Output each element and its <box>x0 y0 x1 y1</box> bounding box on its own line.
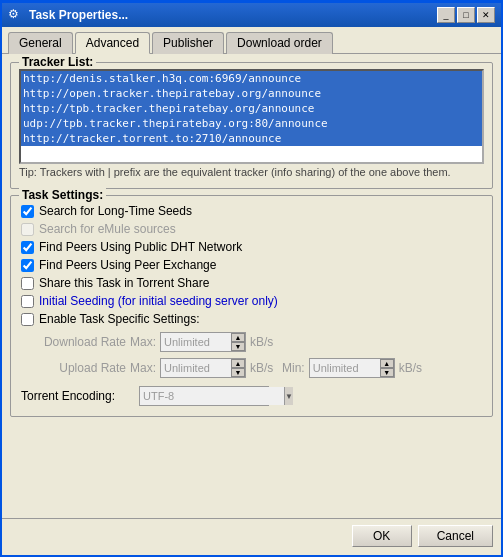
checkbox-specific-settings: Enable Task Specific Settings: <box>21 312 482 326</box>
download-unit: kB/s <box>250 335 278 349</box>
dht-checkbox[interactable] <box>21 241 34 254</box>
download-max-spin-down[interactable]: ▼ <box>231 342 245 351</box>
download-rate-label: Download Rate <box>41 335 126 349</box>
upload-min-label: Min: <box>282 361 305 375</box>
initial-seeding-label[interactable]: Initial Seeding (for initial seeding ser… <box>39 294 278 308</box>
tracker-line-1[interactable]: http://open.tracker.thepiratebay.org/ann… <box>21 86 482 101</box>
checkbox-peer-exchange: Find Peers Using Peer Exchange <box>21 258 482 272</box>
maximize-button[interactable]: □ <box>457 7 475 23</box>
titlebar-left: ⚙ Task Properties... <box>8 7 128 23</box>
tracker-line-3[interactable]: udp://tpb.tracker.thepiratebay.org:80/an… <box>21 116 482 131</box>
long-time-seeds-checkbox[interactable] <box>21 205 34 218</box>
torrent-share-checkbox[interactable] <box>21 277 34 290</box>
upload-max-input[interactable] <box>161 359 231 377</box>
bottom-bar: OK Cancel <box>2 518 501 555</box>
task-settings-group: Task Settings: Search for Long-Time Seed… <box>10 195 493 417</box>
encoding-select-wrap: ▼ <box>139 386 269 406</box>
specific-settings-label[interactable]: Enable Task Specific Settings: <box>39 312 200 326</box>
window-title: Task Properties... <box>29 8 128 22</box>
cancel-button[interactable]: Cancel <box>418 525 493 547</box>
peer-exchange-label[interactable]: Find Peers Using Peer Exchange <box>39 258 216 272</box>
checkbox-dht: Find Peers Using Public DHT Network <box>21 240 482 254</box>
download-max-spin-up[interactable]: ▲ <box>231 333 245 342</box>
tab-publisher[interactable]: Publisher <box>152 32 224 54</box>
upload-min-input[interactable] <box>310 359 380 377</box>
torrent-share-label[interactable]: Share this Task in Torrent Share <box>39 276 209 290</box>
close-button[interactable]: ✕ <box>477 7 495 23</box>
encoding-dropdown-arrow[interactable]: ▼ <box>284 387 293 405</box>
tracker-line-2[interactable]: http://tpb.tracker.thepiratebay.org/anno… <box>21 101 482 116</box>
tracker-tip: Tip: Trackers with | prefix are the equi… <box>19 164 484 180</box>
tracker-container: http://denis.stalker.h3q.com:6969/announ… <box>19 69 484 164</box>
task-settings-label: Task Settings: <box>19 188 106 202</box>
emule-sources-label: Search for eMule sources <box>39 222 176 236</box>
tracker-line-0[interactable]: http://denis.stalker.h3q.com:6969/announ… <box>21 71 482 86</box>
upload-rate-row: Upload Rate Max: ▲ ▼ kB/s Min: ▲ ▼ <box>41 358 482 378</box>
tab-download-order[interactable]: Download order <box>226 32 333 54</box>
encoding-row: Torrent Encoding: ▼ <box>21 386 482 406</box>
checkbox-initial-seeding: Initial Seeding (for initial seeding ser… <box>21 294 482 308</box>
tracker-line-4[interactable]: http://tracker.torrent.to:2710/announce <box>21 131 482 146</box>
specific-settings-checkbox[interactable] <box>21 313 34 326</box>
peer-exchange-checkbox[interactable] <box>21 259 34 272</box>
titlebar: ⚙ Task Properties... _ □ ✕ <box>2 3 501 27</box>
download-max-label: Max: <box>130 335 156 349</box>
upload-min-spin-up[interactable]: ▲ <box>380 359 394 368</box>
upload-rate-label: Upload Rate <box>41 361 126 375</box>
checkbox-torrent-share: Share this Task in Torrent Share <box>21 276 482 290</box>
titlebar-buttons: _ □ ✕ <box>437 7 495 23</box>
tab-advanced[interactable]: Advanced <box>75 32 150 54</box>
upload-max-spinners: ▲ ▼ <box>231 359 245 377</box>
tab-bar: General Advanced Publisher Download orde… <box>2 27 501 54</box>
emule-sources-checkbox[interactable] <box>21 223 34 236</box>
upload-min-spin-down[interactable]: ▼ <box>380 368 394 377</box>
upload-min-input-wrap: ▲ ▼ <box>309 358 395 378</box>
tab-general[interactable]: General <box>8 32 73 54</box>
ok-button[interactable]: OK <box>352 525 412 547</box>
checkbox-long-time-seeds: Search for Long-Time Seeds <box>21 204 482 218</box>
app-icon: ⚙ <box>8 7 24 23</box>
download-max-input[interactable] <box>161 333 231 351</box>
upload-max-spin-down[interactable]: ▼ <box>231 368 245 377</box>
encoding-input[interactable] <box>140 387 284 405</box>
minimize-button[interactable]: _ <box>437 7 455 23</box>
download-rate-row: Download Rate Max: ▲ ▼ kB/s <box>41 332 482 352</box>
upload-min-spinners: ▲ ▼ <box>380 359 394 377</box>
upload-max-unit: kB/s <box>250 361 278 375</box>
checkbox-emule: Search for eMule sources <box>21 222 482 236</box>
long-time-seeds-label[interactable]: Search for Long-Time Seeds <box>39 204 192 218</box>
main-window: ⚙ Task Properties... _ □ ✕ General Advan… <box>0 0 503 557</box>
upload-max-spin-up[interactable]: ▲ <box>231 359 245 368</box>
tracker-list-label: Tracker List: <box>19 55 96 69</box>
download-max-input-wrap: ▲ ▼ <box>160 332 246 352</box>
tab-content: Tracker List: http://denis.stalker.h3q.c… <box>2 54 501 518</box>
upload-max-label: Max: <box>130 361 156 375</box>
upload-min-unit: kB/s <box>399 361 427 375</box>
upload-max-input-wrap: ▲ ▼ <box>160 358 246 378</box>
download-max-spinners: ▲ ▼ <box>231 333 245 351</box>
tracker-text-area[interactable]: http://denis.stalker.h3q.com:6969/announ… <box>19 69 484 164</box>
dht-label[interactable]: Find Peers Using Public DHT Network <box>39 240 242 254</box>
tracker-list-group: Tracker List: http://denis.stalker.h3q.c… <box>10 62 493 189</box>
initial-seeding-checkbox[interactable] <box>21 295 34 308</box>
encoding-label: Torrent Encoding: <box>21 389 131 403</box>
